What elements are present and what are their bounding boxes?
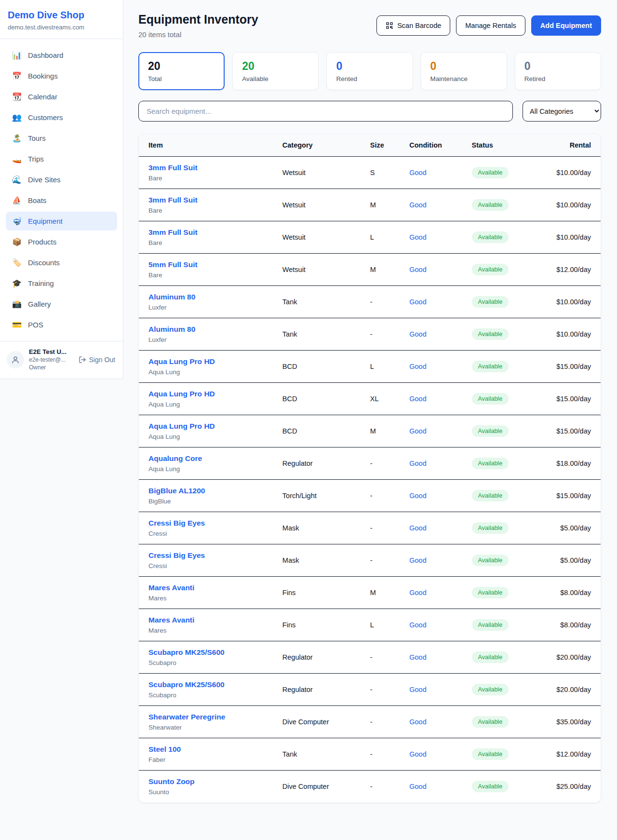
sidebar-item-calendar[interactable]: 📆Calendar [6,87,117,106]
stat-card-retired[interactable]: 0Retired [515,52,601,90]
table-row[interactable]: 3mm Full SuitBareWetsuitLGoodAvailable$1… [139,221,601,254]
cell-status: Available [462,641,541,674]
condition-link[interactable]: Good [409,492,426,500]
add-equipment-button[interactable]: Add Equipment [531,15,601,36]
sidebar-item-equipment[interactable]: 🤿Equipment [6,212,117,230]
table-row[interactable]: Aqua Lung Pro HDAqua LungBCDMGoodAvailab… [139,415,601,447]
manage-rentals-button[interactable]: Manage Rentals [456,15,525,36]
cell-size: - [361,318,400,351]
table-row[interactable]: 3mm Full SuitBareWetsuitSGoodAvailable$1… [139,157,601,189]
table-row[interactable]: 3mm Full SuitBareWetsuitMGoodAvailable$1… [139,189,601,221]
stat-card-rented[interactable]: 0Rented [326,52,413,90]
table-row[interactable]: Shearwater PeregrineShearwaterDive Compu… [139,706,601,738]
condition-link[interactable]: Good [409,589,426,596]
stat-card-maintenance[interactable]: 0Maintenance [421,52,507,90]
table-row[interactable]: Mares AvantiMaresFinsMGoodAvailable$8.00… [139,577,601,609]
item-name-link[interactable]: BigBlue AL1200 [148,487,263,495]
table-row[interactable]: Steel 100FaberTank-GoodAvailable$12.00/d… [139,738,601,771]
condition-link[interactable]: Good [409,653,426,661]
table-row[interactable]: Mares AvantiMaresFinsLGoodAvailable$8.00… [139,609,601,641]
item-name-link[interactable]: Aluminum 80 [148,325,263,334]
sidebar-item-bookings[interactable]: 📅Bookings [6,67,117,85]
cell-condition: Good [400,674,462,706]
sidebar-item-training[interactable]: 🎓Training [6,274,117,293]
status-badge: Available [472,361,509,372]
condition-link[interactable]: Good [409,460,426,467]
condition-link[interactable]: Good [409,783,426,790]
condition-link[interactable]: Good [409,427,426,435]
item-name-link[interactable]: Aqua Lung Pro HD [148,422,263,431]
item-name-link[interactable]: Aluminum 80 [148,293,263,301]
item-name-link[interactable]: Aqua Lung Pro HD [148,390,263,398]
condition-link[interactable]: Good [409,621,426,629]
scan-barcode-button[interactable]: Scan Barcode [376,15,450,36]
item-name-link[interactable]: Shearwater Peregrine [148,713,263,721]
barcode-icon [386,22,393,29]
condition-link[interactable]: Good [409,298,426,306]
item-name-link[interactable]: 3mm Full Suit [148,228,263,237]
sidebar-item-boats[interactable]: ⛵Boats [6,191,117,210]
table-row[interactable]: Cressi Big EyesCressiMask-GoodAvailable$… [139,544,601,577]
item-name-link[interactable]: 5mm Full Suit [148,260,263,269]
item-name-link[interactable]: Aqualung Core [148,454,263,463]
category-select[interactable]: All Categories [523,101,601,122]
sidebar-item-discounts[interactable]: 🏷️Discounts [6,253,117,272]
condition-link[interactable]: Good [409,750,426,758]
condition-link[interactable]: Good [409,330,426,338]
condition-link[interactable]: Good [409,363,426,370]
sidebar-item-products[interactable]: 📦Products [6,232,117,251]
item-name-link[interactable]: Scubapro MK25/S600 [148,680,263,689]
cell-category: Fins [273,609,361,641]
sidebar: Demo Dive Shop demo.test.divestreams.com… [0,0,123,379]
item-name-link[interactable]: Mares Avanti [148,616,263,624]
sidebar-item-dashboard[interactable]: 📊Dashboard [6,46,117,65]
cell-category: Tank [273,318,361,351]
item-name-link[interactable]: Suunto Zoop [148,777,263,786]
cell-rental: $5.00/day [540,544,601,577]
table-row[interactable]: Aluminum 80LuxferTank-GoodAvailable$10.0… [139,286,601,318]
cell-condition: Good [400,351,462,383]
cell-category: Wetsuit [273,157,361,189]
sidebar-item-customers[interactable]: 👥Customers [6,108,117,127]
sign-out-button[interactable]: Sign Out [78,354,116,366]
sidebar-item-pos[interactable]: 💳POS [6,315,117,334]
condition-link[interactable]: Good [409,169,426,176]
item-name-link[interactable]: Aqua Lung Pro HD [148,357,263,366]
condition-link[interactable]: Good [409,266,426,273]
stat-card-available[interactable]: 20Available [232,52,319,90]
table-row[interactable]: Suunto ZoopSuuntoDive Computer-GoodAvail… [139,771,601,803]
table-row[interactable]: Aqua Lung Pro HDAqua LungBCDLGoodAvailab… [139,351,601,383]
condition-link[interactable]: Good [409,233,426,241]
table-row[interactable]: Aqua Lung Pro HDAqua LungBCDXLGoodAvaila… [139,383,601,415]
calendar-icon: 📆 [12,92,22,101]
table-row[interactable]: Aluminum 80LuxferTank-GoodAvailable$10.0… [139,318,601,351]
condition-link[interactable]: Good [409,395,426,403]
table-row[interactable]: Scubapro MK25/S600ScubaproRegulator-Good… [139,674,601,706]
cell-size: - [361,447,400,480]
cell-status: Available [462,157,541,189]
item-name-link[interactable]: 3mm Full Suit [148,196,263,204]
item-name-link[interactable]: Scubapro MK25/S600 [148,648,263,657]
item-name-link[interactable]: 3mm Full Suit [148,163,263,172]
search-input[interactable] [138,101,513,122]
condition-link[interactable]: Good [409,686,426,693]
table-row[interactable]: BigBlue AL1200BigBlueTorch/Light-GoodAva… [139,480,601,512]
stat-card-total[interactable]: 20Total [138,52,225,90]
sidebar-item-tours[interactable]: 🏝️Tours [6,129,117,148]
condition-link[interactable]: Good [409,201,426,209]
table-row[interactable]: Scubapro MK25/S600ScubaproRegulator-Good… [139,641,601,674]
item-name-link[interactable]: Steel 100 [148,745,263,754]
condition-link[interactable]: Good [409,524,426,532]
sidebar-item-trips[interactable]: 🚤Trips [6,149,117,168]
table-row[interactable]: 5mm Full SuitBareWetsuitMGoodAvailable$1… [139,254,601,286]
table-row[interactable]: Aqualung CoreAqua LungRegulator-GoodAvai… [139,447,601,480]
sidebar-item-gallery[interactable]: 📸Gallery [6,295,117,313]
table-row[interactable]: Cressi Big EyesCressiMask-GoodAvailable$… [139,512,601,544]
item-name-link[interactable]: Cressi Big Eyes [148,519,263,528]
item-name-link[interactable]: Mares Avanti [148,583,263,592]
condition-link[interactable]: Good [409,556,426,564]
sidebar-item-dive-sites[interactable]: 🌊Dive Sites [6,170,117,189]
condition-link[interactable]: Good [409,718,426,726]
cell-rental: $10.00/day [540,221,601,254]
item-name-link[interactable]: Cressi Big Eyes [148,551,263,560]
